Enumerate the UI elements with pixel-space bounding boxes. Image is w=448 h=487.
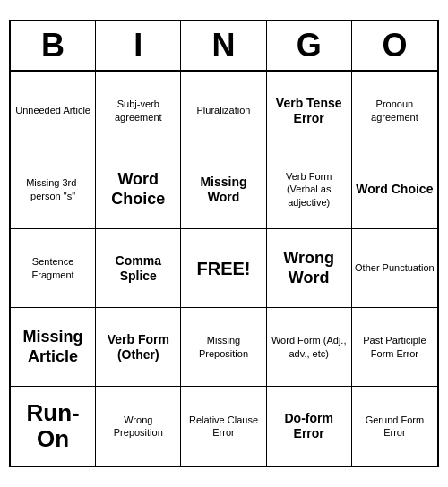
bingo-cell-19: Past Participle Form Error — [352, 308, 437, 387]
header-letter-b: B — [11, 21, 96, 70]
bingo-cell-8: Verb Form (Verbal as adjective) — [267, 150, 352, 229]
bingo-cell-17: Missing Preposition — [181, 308, 266, 387]
bingo-cell-22: Relative Clause Error — [181, 387, 266, 466]
bingo-header: BINGO — [11, 21, 437, 72]
bingo-cell-11: Comma Splice — [96, 229, 181, 308]
header-letter-g: G — [267, 21, 352, 70]
header-letter-i: I — [96, 21, 181, 70]
bingo-cell-10: Sentence Fragment — [11, 229, 96, 308]
bingo-grid: Unneeded ArticleSubj-verb agreementPlura… — [11, 72, 437, 466]
bingo-cell-21: Wrong Preposition — [96, 387, 181, 466]
bingo-cell-20: Run-On — [11, 387, 96, 466]
bingo-cell-2: Pluralization — [181, 72, 266, 150]
bingo-cell-3: Verb Tense Error — [267, 72, 352, 150]
bingo-cell-4: Pronoun agreement — [352, 72, 437, 150]
bingo-cell-24: Gerund Form Error — [352, 387, 437, 466]
bingo-cell-7: Missing Word — [181, 150, 266, 229]
bingo-cell-6: Word Choice — [96, 150, 181, 229]
header-letter-n: N — [181, 21, 266, 70]
bingo-cell-16: Verb Form (Other) — [96, 308, 181, 387]
bingo-cell-15: Missing Article — [11, 308, 96, 387]
bingo-cell-9: Word Choice — [352, 150, 437, 229]
bingo-card: BINGO Unneeded ArticleSubj-verb agreemen… — [9, 20, 439, 467]
bingo-cell-5: Missing 3rd-person "s" — [11, 150, 96, 229]
bingo-cell-14: Other Punctuation — [352, 229, 437, 308]
bingo-cell-0: Unneeded Article — [11, 72, 96, 150]
bingo-cell-12: FREE! — [181, 229, 266, 308]
bingo-cell-18: Word Form (Adj., adv., etc) — [267, 308, 352, 387]
bingo-cell-13: Wrong Word — [267, 229, 352, 308]
header-letter-o: O — [352, 21, 437, 70]
bingo-cell-23: Do-form Error — [267, 387, 352, 466]
bingo-cell-1: Subj-verb agreement — [96, 72, 181, 150]
